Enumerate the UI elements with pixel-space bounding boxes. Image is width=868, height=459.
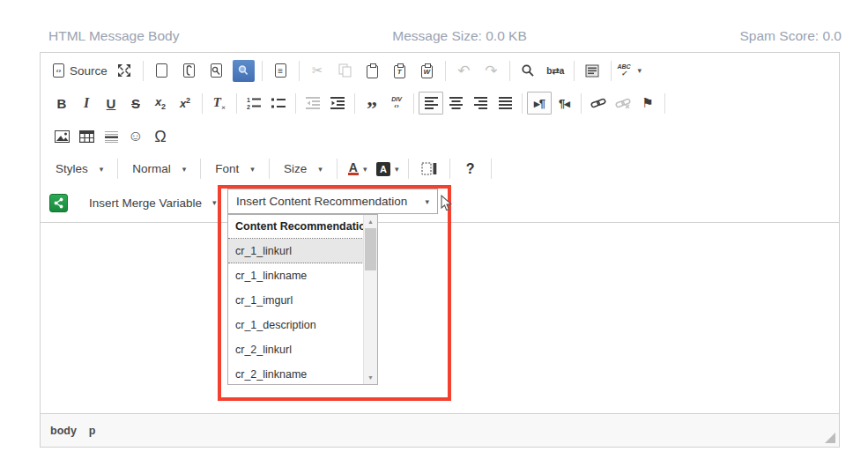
bold-button[interactable]: B xyxy=(49,92,74,115)
undo-button[interactable]: ↶ xyxy=(450,59,478,82)
paste-icon xyxy=(367,65,378,78)
editor-toolbar: ‹› Source xyxy=(41,53,839,223)
decrease-indent-button[interactable] xyxy=(300,92,325,115)
preview-button[interactable] xyxy=(203,59,230,82)
omega-icon: Ω xyxy=(154,128,166,146)
subscript-button[interactable]: x2 xyxy=(148,92,173,115)
align-right-icon xyxy=(474,97,487,109)
list-item[interactable]: cr_1_linkname xyxy=(228,263,364,288)
list-item[interactable]: cr_1_description xyxy=(228,313,364,337)
strikethrough-button[interactable]: S xyxy=(123,92,148,115)
justify-button[interactable] xyxy=(493,92,517,115)
text-direction-ltr-button[interactable]: ▸¶ xyxy=(527,92,552,115)
show-blocks-button[interactable] xyxy=(417,158,441,181)
list-item[interactable]: cr_2_linkurl xyxy=(228,337,364,362)
templates-button[interactable]: ≡ xyxy=(267,59,294,82)
align-right-button[interactable] xyxy=(468,92,493,115)
insert-content-recommendation-label: Insert Content Recommendation xyxy=(236,195,407,208)
separator xyxy=(202,93,203,114)
browser-preview-button[interactable] xyxy=(230,59,257,82)
element-path-bar: body p xyxy=(41,413,839,447)
paste-text-button[interactable]: T xyxy=(386,59,413,82)
unlink-icon xyxy=(615,96,631,110)
blockquote-button[interactable]: ” xyxy=(360,92,384,115)
source-button[interactable]: ‹› Source xyxy=(49,59,111,82)
maximize-button[interactable] xyxy=(111,59,138,82)
copy-button[interactable] xyxy=(331,59,359,82)
text-direction-rtl-button[interactable]: ¶◂ xyxy=(552,92,576,115)
numbered-list-button[interactable]: 1 2 xyxy=(241,92,266,115)
unlink-button[interactable] xyxy=(611,92,635,115)
horizontal-rule-button[interactable] xyxy=(99,125,123,148)
resize-handle[interactable] xyxy=(825,433,835,443)
background-color-button[interactable]: A ▾ xyxy=(375,158,400,181)
page-title: HTML Message Body xyxy=(48,28,179,44)
undo-icon: ↶ xyxy=(457,62,470,80)
insert-content-recommendation-combobox[interactable]: Insert Content Recommendation ▾ xyxy=(227,189,438,214)
size-dropdown[interactable]: Size ▾ xyxy=(278,162,329,175)
scroll-down-icon[interactable]: ▼ xyxy=(364,374,377,381)
copy-icon xyxy=(338,63,352,78)
rich-text-editor: ‹› Source xyxy=(40,52,840,448)
table-button[interactable] xyxy=(74,125,99,148)
image-button[interactable] xyxy=(49,125,74,148)
align-left-icon xyxy=(425,97,438,109)
strikethrough-icon: S xyxy=(131,96,140,111)
cut-button[interactable]: ✂ xyxy=(304,59,331,82)
anchor-button[interactable]: ⚑ xyxy=(635,92,660,115)
share-button[interactable] xyxy=(49,194,68,212)
styles-dropdown[interactable]: Styles ▾ xyxy=(49,162,109,175)
font-dropdown[interactable]: Font ▾ xyxy=(209,162,261,175)
paste-button[interactable] xyxy=(359,59,386,82)
align-left-button[interactable] xyxy=(419,92,443,115)
div-container-button[interactable]: DIV ‹› xyxy=(384,92,409,115)
chevron-down-icon: ▾ xyxy=(250,165,255,174)
superscript-icon: x2 xyxy=(180,96,190,110)
list-item[interactable]: cr_1_linkurl xyxy=(228,239,364,263)
separator xyxy=(581,93,582,114)
editor-canvas[interactable] xyxy=(41,223,839,413)
separator xyxy=(574,61,575,81)
redo-button[interactable]: ↷ xyxy=(478,59,505,82)
text-color-icon: A xyxy=(348,162,359,175)
special-character-button[interactable]: Ω xyxy=(148,125,173,148)
source-label: Source xyxy=(70,64,108,78)
separator xyxy=(664,93,665,114)
separator xyxy=(269,159,270,179)
spellcheck-button[interactable]: ABC ✓ ▾ xyxy=(616,59,643,82)
superscript-button[interactable]: x2 xyxy=(173,92,197,115)
smiley-button[interactable]: ☺ xyxy=(123,125,148,148)
text-color-button[interactable]: A ▾ xyxy=(345,158,370,181)
align-center-button[interactable] xyxy=(443,92,468,115)
scrollbar[interactable]: ▲ ▼ xyxy=(363,215,377,384)
image-icon xyxy=(55,130,70,143)
insert-merge-variable-dropdown[interactable]: Insert Merge Variable ▾ xyxy=(89,196,217,210)
link-button[interactable] xyxy=(586,92,611,115)
separator xyxy=(445,61,446,81)
paste-word-button[interactable]: W xyxy=(413,59,441,82)
toolbar-row-formatting: B I U S x2 x2 T× 1 2 xyxy=(49,85,830,121)
bulleted-list-button[interactable] xyxy=(266,92,291,115)
bulleted-list-icon xyxy=(271,97,286,110)
div-container-icon: DIV ‹› xyxy=(391,96,402,110)
paragraph-format-dropdown[interactable]: Normal ▾ xyxy=(126,162,192,175)
select-all-button[interactable] xyxy=(579,59,606,82)
path-element-body[interactable]: body xyxy=(50,425,77,437)
path-element-p[interactable]: p xyxy=(89,425,96,437)
remove-format-button[interactable]: T× xyxy=(207,92,232,115)
replace-button[interactable]: b⇄a xyxy=(542,59,569,82)
scroll-up-icon[interactable]: ▲ xyxy=(364,218,377,225)
save-button[interactable] xyxy=(175,59,203,82)
increase-indent-button[interactable] xyxy=(325,92,350,115)
spellcheck-icon: ABC ✓ xyxy=(617,63,630,78)
toolbar-row-styles: Styles ▾ Normal ▾ Font ▾ Size ▾ A ▾ xyxy=(49,152,830,185)
italic-button[interactable]: I xyxy=(74,92,99,115)
about-button[interactable]: ? xyxy=(458,158,483,181)
scrollbar-thumb[interactable] xyxy=(365,228,376,270)
list-item[interactable]: cr_1_imgurl xyxy=(228,288,364,313)
horizontal-rule-icon xyxy=(105,131,118,143)
underline-button[interactable]: U xyxy=(99,92,123,115)
find-button[interactable] xyxy=(515,59,542,82)
list-item[interactable]: cr_2_linkname xyxy=(228,362,364,385)
new-page-button[interactable] xyxy=(148,59,175,82)
